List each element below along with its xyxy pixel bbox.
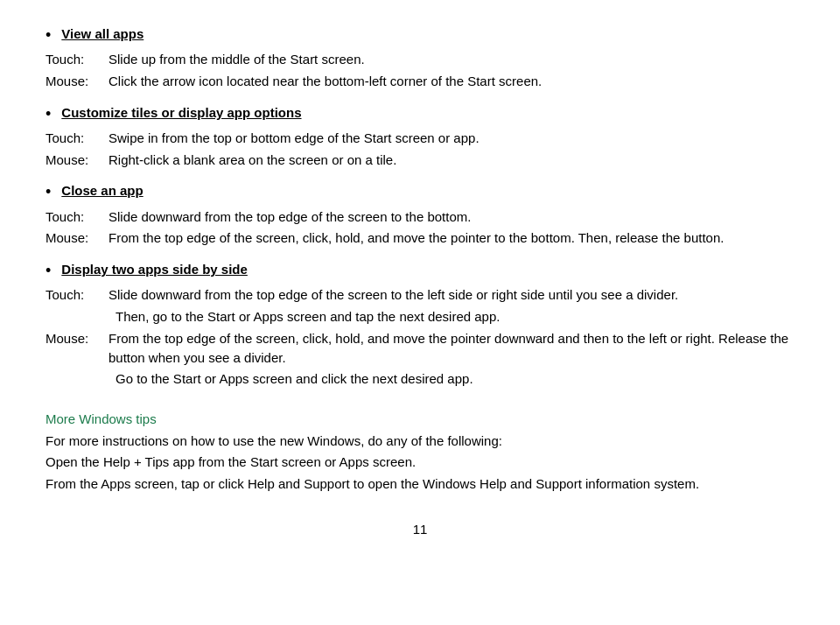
close-app-heading: Close an app bbox=[61, 181, 143, 200]
page-number: 11 bbox=[46, 522, 794, 537]
display-two-apps-mouse-row: Mouse: From the top edge of the screen, … bbox=[46, 329, 794, 368]
more-tips-link[interactable]: More Windows tips bbox=[46, 411, 157, 426]
mouse-label-4: Mouse: bbox=[46, 329, 108, 368]
customize-tiles-mouse-row: Mouse: Right-click a blank area on the s… bbox=[46, 151, 794, 170]
view-all-apps-touch-row: Touch: Slide up from the middle of the S… bbox=[46, 50, 794, 69]
customize-tiles-touch-row: Touch: Swipe in from the top or bottom e… bbox=[46, 129, 794, 148]
display-two-apps-heading: Display two apps side by side bbox=[61, 260, 248, 278]
bullet-icon: • bbox=[46, 25, 51, 46]
bullet-icon-3: • bbox=[46, 181, 51, 203]
mouse-label-3: Mouse: bbox=[46, 228, 108, 248]
mouse-label-2: Mouse: bbox=[46, 151, 108, 170]
display-two-apps-mouse-desc: From the top edge of the screen, click, … bbox=[108, 329, 794, 368]
touch-label-4: Touch: bbox=[46, 285, 108, 305]
more-tips-line3: From the Apps screen, tap or click Help … bbox=[46, 474, 794, 495]
bullet-icon-4: • bbox=[46, 260, 51, 282]
display-two-apps-touch-row: Touch: Slide downward from the top edge … bbox=[46, 285, 794, 305]
more-tips-line1: For more instructions on how to use the … bbox=[46, 432, 794, 452]
close-app-mouse-row: Mouse: From the top edge of the screen, … bbox=[46, 228, 794, 248]
view-all-apps-mouse-desc: Click the arrow icon located near the bo… bbox=[108, 72, 794, 91]
display-two-apps-mouse-continuation: Go to the Start or Apps screen and click… bbox=[116, 369, 794, 389]
display-two-apps-section: • Display two apps side by side Touch: S… bbox=[46, 260, 794, 389]
mouse-label: Mouse: bbox=[46, 72, 108, 91]
view-all-apps-heading: View all apps bbox=[61, 25, 144, 43]
more-tips-section: More Windows tips For more instructions … bbox=[46, 410, 794, 494]
view-all-apps-section: • View all apps Touch: Slide up from the… bbox=[46, 25, 794, 91]
customize-tiles-section: • Customize tiles or display app options… bbox=[46, 103, 794, 170]
view-all-apps-mouse-row: Mouse: Click the arrow icon located near… bbox=[46, 72, 794, 91]
close-app-touch-desc: Slide downward from the top edge of the … bbox=[108, 207, 794, 227]
view-all-apps-touch-desc: Slide up from the middle of the Start sc… bbox=[108, 50, 794, 69]
more-tips-link-row: More Windows tips bbox=[46, 410, 794, 430]
close-app-mouse-desc: From the top edge of the screen, click, … bbox=[108, 228, 794, 248]
customize-tiles-mouse-desc: Right-click a blank area on the screen o… bbox=[108, 151, 794, 170]
bullet-icon-2: • bbox=[46, 103, 51, 125]
view-all-apps-heading-row: • View all apps bbox=[46, 25, 794, 46]
close-app-heading-row: • Close an app bbox=[46, 181, 794, 203]
display-two-apps-touch-continuation: Then, go to the Start or Apps screen and… bbox=[116, 307, 794, 327]
customize-tiles-heading-row: • Customize tiles or display app options bbox=[46, 103, 794, 125]
touch-label-3: Touch: bbox=[46, 207, 108, 227]
touch-label: Touch: bbox=[46, 50, 108, 69]
display-two-apps-touch-desc: Slide downward from the top edge of the … bbox=[108, 285, 794, 305]
more-tips-line2: Open the Help + Tips app from the Start … bbox=[46, 453, 794, 473]
customize-tiles-touch-desc: Swipe in from the top or bottom edge of … bbox=[108, 129, 794, 148]
close-app-touch-row: Touch: Slide downward from the top edge … bbox=[46, 207, 794, 227]
display-two-apps-heading-row: • Display two apps side by side bbox=[46, 260, 794, 282]
close-app-section: • Close an app Touch: Slide downward fro… bbox=[46, 181, 794, 248]
customize-tiles-heading: Customize tiles or display app options bbox=[61, 103, 301, 122]
touch-label-2: Touch: bbox=[46, 129, 108, 148]
